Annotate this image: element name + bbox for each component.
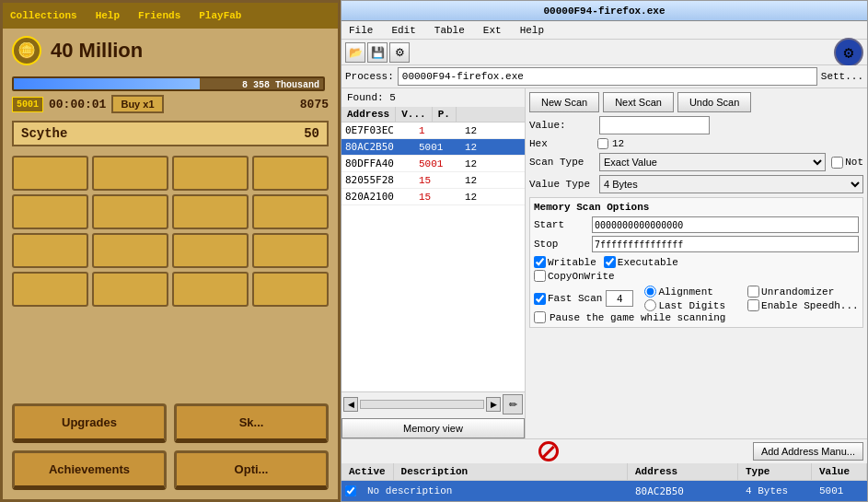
grid-cell-16[interactable]	[252, 272, 329, 307]
grid-cell-1[interactable]	[12, 156, 88, 191]
grid-cell-5[interactable]	[12, 194, 88, 229]
value-type-row: Value Type 4 Bytes	[529, 175, 863, 193]
tab-friends[interactable]: Friends	[138, 10, 180, 21]
process-label: Process:	[345, 71, 394, 82]
value-input[interactable]	[599, 116, 710, 134]
row-description: No description	[360, 485, 628, 496]
options-button[interactable]: Opti...	[174, 450, 329, 490]
menu-table[interactable]: Table	[431, 23, 469, 38]
grid-cell-3[interactable]	[172, 156, 249, 191]
game-top-bar: Collections Help Friends PlayFab	[3, 3, 338, 29]
achievements-button[interactable]: Achievements	[12, 450, 167, 490]
money-amount: 40 Million	[51, 39, 143, 63]
enable-speedh-checkbox[interactable]	[747, 299, 759, 311]
buy-button[interactable]: Buy x1	[111, 95, 163, 113]
upgrades-button[interactable]: Upgrades	[12, 403, 167, 443]
copy-on-write-checkbox[interactable]	[534, 270, 546, 282]
grid-cell-9[interactable]	[12, 233, 88, 268]
last-digits-radio[interactable]	[644, 299, 656, 311]
toolbar-open-button[interactable]: 📂	[345, 42, 365, 63]
memory-scan-title: Memory Scan Options	[534, 202, 859, 213]
enable-speedh-text: Enable Speedh...	[761, 300, 859, 311]
result-prev: 12	[461, 142, 498, 153]
enable-speedh-label: Enable Speedh...	[747, 299, 859, 311]
memory-view-button[interactable]: Memory view	[341, 418, 525, 438]
scroll-left-btn[interactable]: ◀	[343, 397, 358, 412]
menu-help[interactable]: Help	[516, 23, 548, 38]
result-prev: 12	[461, 125, 498, 136]
executable-checkbox[interactable]	[604, 256, 616, 268]
value-type-select[interactable]: 4 Bytes	[599, 175, 863, 193]
ce-scan-results-panel: Found: 5 Address V... P. 0E7F03EC 1 12 8…	[341, 88, 526, 438]
unrandomize-checkbox[interactable]	[747, 286, 759, 298]
writable-checkbox[interactable]	[534, 256, 546, 268]
grid-cell-11[interactable]	[172, 233, 249, 268]
address-table-row[interactable]: No description 80AC2B50 4 Bytes 5001	[341, 481, 867, 501]
results-header-prev: P.	[433, 107, 457, 122]
toolbar-settings-button[interactable]: ⚙	[389, 42, 410, 63]
grid-cell-4[interactable]	[252, 156, 329, 191]
menu-ext[interactable]: Ext	[480, 23, 505, 38]
new-scan-button[interactable]: New Scan	[529, 92, 599, 112]
found-count-label: Found: 5	[341, 88, 525, 107]
scan-result-row[interactable]: 82055F28 15 12	[341, 172, 525, 189]
not-label: Not	[845, 157, 863, 168]
add-address-button[interactable]: Add Address Manu...	[753, 442, 863, 461]
grid-cell-12[interactable]	[252, 233, 329, 268]
tab-playfab[interactable]: PlayFab	[199, 10, 241, 21]
writable-label: Writable	[534, 256, 596, 268]
grid-cell-10[interactable]	[92, 233, 168, 268]
pause-game-checkbox[interactable]	[534, 311, 546, 323]
menu-file[interactable]: File	[345, 23, 376, 38]
ce-address-table: Add Address Manu... Active Description A…	[341, 438, 867, 501]
alignment-radio[interactable]	[644, 286, 656, 298]
scan-type-select[interactable]: Exact Value	[599, 153, 826, 171]
skills-button[interactable]: Sk...	[174, 403, 329, 443]
grid-cell-2[interactable]	[92, 156, 168, 191]
scroll-right-btn[interactable]: ▶	[486, 397, 501, 412]
process-name-display: 00000F94-firefox.exe	[398, 67, 817, 86]
grid-cell-6[interactable]	[92, 194, 168, 229]
scan-scrollbar[interactable]: ◀ ▶ ✏	[341, 391, 525, 416]
active-checkbox[interactable]	[345, 485, 356, 496]
grid-cell-13[interactable]	[12, 272, 88, 307]
xp-bar: 8 358 Thousand	[12, 76, 325, 91]
menu-edit[interactable]: Edit	[388, 23, 419, 38]
scan-result-row[interactable]: 80AC2B50 5001 12	[341, 139, 525, 156]
scan-options-btn[interactable]: ✏	[503, 394, 523, 414]
scan-result-row[interactable]: 820A2100 15 12	[341, 189, 525, 205]
undo-scan-button[interactable]: Undo Scan	[677, 92, 751, 112]
row-address: 80AC2B50	[628, 485, 738, 497]
fast-scan-row: Fast Scan Alignment Last Digits	[534, 286, 859, 311]
scan-result-row[interactable]: 80DFFA40 5001 12	[341, 156, 525, 172]
stop-label: Stop	[534, 239, 589, 250]
ce-logo: ⚙	[834, 38, 863, 67]
tab-help[interactable]: Help	[96, 10, 120, 21]
xp-bar-fill	[14, 78, 200, 89]
scan-result-row[interactable]: 0E7F03EC 1 12	[341, 123, 525, 139]
grid-cell-7[interactable]	[172, 194, 249, 229]
scan-results-list[interactable]: 0E7F03EC 1 12 80AC2B50 5001 12 80DFFA40 …	[341, 123, 525, 391]
toolbar-save-button[interactable]: 💾	[367, 42, 388, 63]
start-input[interactable]	[592, 216, 859, 233]
stop-input[interactable]	[592, 236, 859, 252]
scrollbar-track[interactable]	[360, 400, 484, 409]
grid-cell-8[interactable]	[252, 194, 329, 229]
fast-scan-input[interactable]	[606, 290, 633, 307]
settings-label[interactable]: Sett...	[821, 71, 863, 82]
col-type: Type	[738, 463, 812, 480]
result-address: 82055F28	[341, 174, 415, 186]
next-scan-button[interactable]: Next Scan	[603, 92, 674, 112]
alignment-text: Alignment	[658, 286, 712, 298]
item-name: Scythe	[21, 126, 67, 141]
prohibit-icon[interactable]	[538, 441, 559, 461]
not-checkbox[interactable]	[831, 157, 843, 169]
result-prev: 12	[461, 158, 498, 169]
fast-scan-checkbox[interactable]	[534, 293, 546, 305]
timer-row: 5001 00:00:01 Buy x1 8075	[12, 95, 329, 113]
hex-checkbox[interactable]	[597, 138, 608, 149]
grid-cell-15[interactable]	[172, 272, 249, 307]
grid-cell-14[interactable]	[92, 272, 168, 307]
tab-collections[interactable]: Collections	[10, 10, 77, 21]
value-row: Value:	[529, 116, 863, 134]
